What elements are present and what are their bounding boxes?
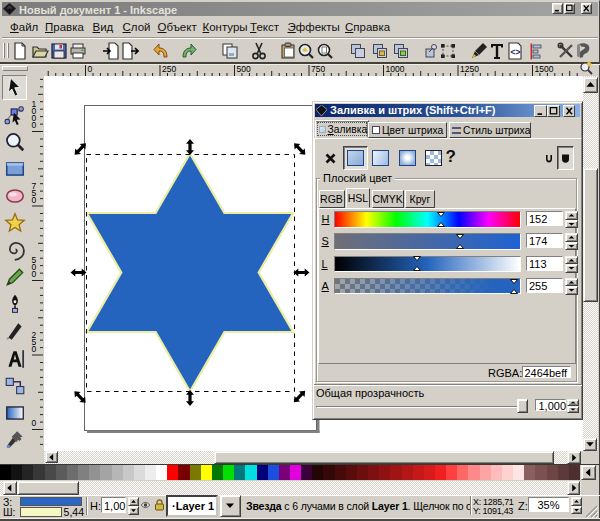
svg-text:750: 750 [311, 64, 325, 74]
svg-text:1250: 1250 [460, 64, 479, 74]
svg-text:<>: <> [511, 47, 521, 57]
svg-text:250: 250 [162, 64, 176, 74]
svg-text:1500: 1500 [535, 64, 554, 74]
svg-text:1000: 1000 [386, 64, 405, 74]
svg-text:0: 0 [32, 120, 37, 130]
svg-text:0: 0 [32, 195, 37, 205]
svg-text:500: 500 [237, 64, 251, 74]
svg-text:0: 0 [32, 269, 37, 279]
svg-text:0: 0 [32, 344, 37, 354]
svg-text:0: 0 [32, 418, 37, 428]
svg-text:0: 0 [88, 64, 93, 74]
